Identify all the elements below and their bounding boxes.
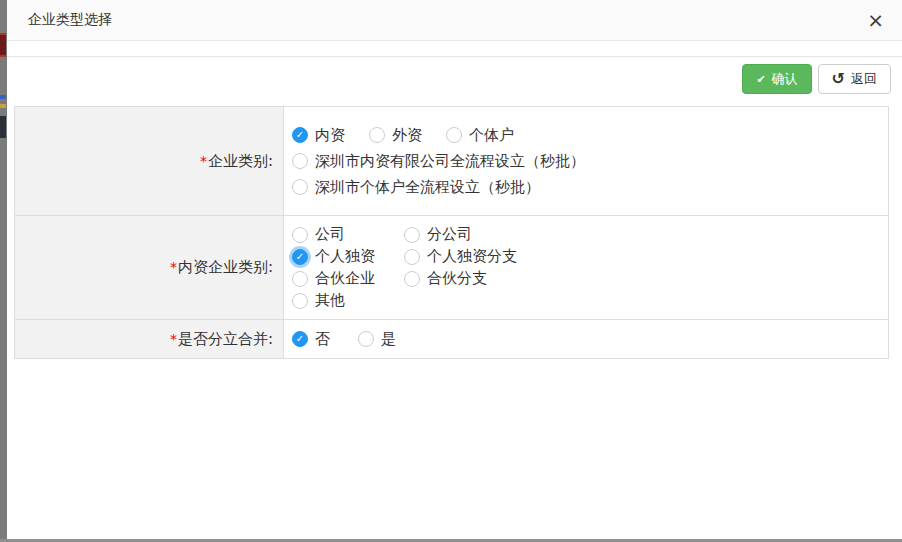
required-mark: * [200,153,207,169]
radio-partnership-branch[interactable]: ✓ 合伙分支 [404,268,517,289]
radio-unchecked-icon: ✓ [404,227,420,243]
radio-label: 分公司 [427,225,472,244]
radio-sole-proprietorship-branch[interactable]: ✓ 个人独资分支 [404,246,517,267]
back-button-label: 返回 [851,70,877,88]
radio-label: 公司 [315,225,345,244]
radio-yes[interactable]: ✓ 是 [358,330,396,349]
modal-header: 企业类型选择 × [7,0,902,41]
domestic-enterprise-category-options: ✓ 公司 ✓ 分公司 ✓ 个人独资 ✓ 个人独资分支 [284,216,889,320]
split-merge-label: *是否分立合并: [15,320,284,359]
radio-label: 个人独资 [315,247,375,266]
radio-checked-icon: ✓ [292,127,308,143]
confirm-button[interactable]: ✔ 确认 [742,64,811,94]
undo-icon: ↺ [832,71,845,87]
radio-unchecked-icon: ✓ [369,127,385,143]
radio-label: 合伙企业 [315,269,375,288]
radio-label: 合伙分支 [427,269,487,288]
close-icon[interactable]: × [867,10,884,30]
radio-sz-domestic-ltd-fullprocess[interactable]: ✓ 深圳市内资有限公司全流程设立（秒批） [292,152,585,171]
radio-unchecked-icon: ✓ [404,249,420,265]
radio-unchecked-icon: ✓ [404,271,420,287]
radio-other[interactable]: ✓ 其他 [292,290,404,311]
tick-icon: ✓ [296,130,304,140]
required-mark: * [170,259,177,275]
radio-checked-icon: ✓ [292,249,308,265]
radio-individual-business[interactable]: ✓ 个体户 [446,126,514,145]
enterprise-type-form: *企业类别: ✓ 内资 ✓ 外资 ✓ 个体户 [14,106,889,359]
radio-unchecked-icon: ✓ [292,271,308,287]
tick-icon: ✓ [296,334,304,344]
radio-label: 否 [315,330,330,349]
radio-branch-company[interactable]: ✓ 分公司 [404,224,517,245]
radio-label: 深圳市个体户全流程设立（秒批） [315,178,540,197]
radio-company[interactable]: ✓ 公司 [292,224,404,245]
radio-checked-icon: ✓ [292,331,308,347]
page-edge-artifact [0,33,6,57]
enterprise-category-label: *企业类别: [15,107,284,216]
radio-unchecked-icon: ✓ [292,179,308,195]
radio-sole-proprietorship[interactable]: ✓ 个人独资 [292,246,404,267]
enterprise-type-modal: 企业类型选择 × ✔ 确认 ↺ 返回 *企业类别: ✓ 内资 [7,0,902,539]
radio-unchecked-icon: ✓ [292,293,308,309]
radio-label: 个体户 [469,126,514,145]
modal-title: 企业类型选择 [28,11,112,29]
form-row-domestic-enterprise-category: *内资企业类别: ✓ 公司 ✓ 分公司 ✓ 个人独资 [15,216,889,320]
form-row-split-merge: *是否分立合并: ✓ 否 ✓ 是 [15,320,889,359]
form-row-enterprise-category: *企业类别: ✓ 内资 ✓ 外资 ✓ 个体户 [15,107,889,216]
radio-label: 个人独资分支 [427,247,517,266]
page-edge-artifact [0,104,6,108]
radio-no[interactable]: ✓ 否 [292,330,330,349]
radio-domestic[interactable]: ✓ 内资 [292,126,345,145]
radio-label: 其他 [315,291,345,310]
radio-unchecked-icon: ✓ [292,153,308,169]
radio-unchecked-icon: ✓ [446,127,462,143]
back-button[interactable]: ↺ 返回 [818,64,891,94]
page-edge-artifact [0,95,6,99]
background-page-edge [0,0,7,542]
radio-label: 深圳市内资有限公司全流程设立（秒批） [315,152,585,171]
radio-foreign[interactable]: ✓ 外资 [369,126,422,145]
required-mark: * [170,331,177,347]
radio-unchecked-icon: ✓ [292,227,308,243]
check-icon: ✔ [756,74,765,85]
page-edge-artifact [0,116,6,138]
toolbar: ✔ 确认 ↺ 返回 [7,57,902,94]
split-merge-options: ✓ 否 ✓ 是 [284,320,889,359]
radio-sz-individual-fullprocess[interactable]: ✓ 深圳市个体户全流程设立（秒批） [292,178,540,197]
radio-label: 外资 [392,126,422,145]
radio-unchecked-icon: ✓ [358,331,374,347]
enterprise-category-options: ✓ 内资 ✓ 外资 ✓ 个体户 ✓ 深圳市内资有限公司全流程设立 [284,107,889,216]
tick-icon: ✓ [296,252,304,262]
confirm-button-label: 确认 [772,70,798,88]
radio-partnership[interactable]: ✓ 合伙企业 [292,268,404,289]
domestic-enterprise-category-label: *内资企业类别: [15,216,284,320]
radio-label: 内资 [315,126,345,145]
radio-label: 是 [381,330,396,349]
